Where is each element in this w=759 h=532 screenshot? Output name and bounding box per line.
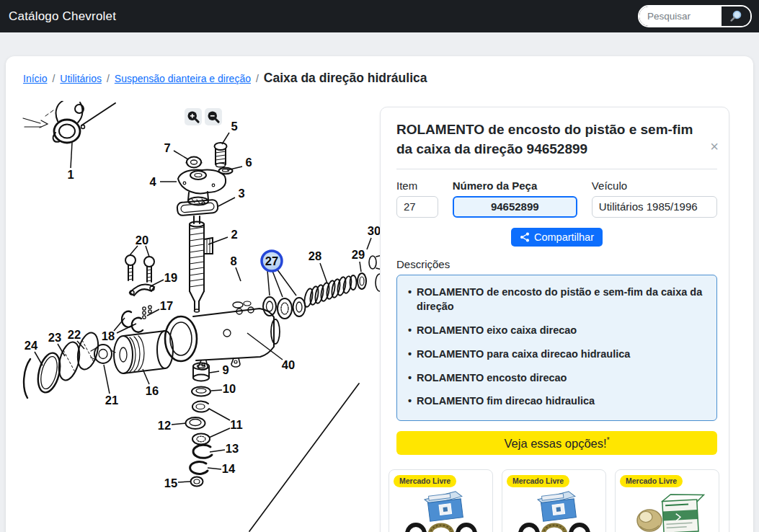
bearing-kit-image — [399, 489, 483, 532]
diagram-callout-10[interactable]: 10 — [223, 382, 236, 395]
diagram-callout-7[interactable]: 7 — [164, 141, 170, 154]
part-detail-panel: ROLAMENTO de encosto do pistão e sem-fim… — [380, 107, 729, 532]
callout-leader-line — [35, 352, 43, 365]
breadcrumb-separator: / — [256, 73, 259, 84]
descriptions-label: Descrições — [396, 258, 717, 270]
product-card[interactable]: Mercado Livre — [615, 469, 719, 532]
callout-leader-line — [222, 133, 229, 144]
diagram-callout-28[interactable]: 28 — [309, 249, 321, 262]
diagram-callout-9[interactable]: 9 — [222, 363, 228, 376]
product-card[interactable]: Mercado Livre — [502, 469, 606, 532]
zoom-out-button[interactable] — [205, 108, 222, 125]
callout-leader-line — [267, 270, 270, 296]
callout-leader-line — [152, 280, 164, 285]
search-icon — [729, 9, 743, 24]
bullet-icon: • — [408, 394, 412, 408]
exploded-diagram: 1576432201917188272829304091016212223241… — [22, 101, 382, 532]
diagram-callout-40[interactable]: 40 — [282, 358, 295, 371]
description-item: •ROLAMENTO para caixa direcao hidraulica — [408, 347, 706, 361]
diagram-callout-1[interactable]: 1 — [67, 168, 74, 181]
callout-leader-line — [210, 371, 219, 373]
diagram-parts — [23, 101, 382, 531]
see-options-button[interactable]: Veja essas opções!* — [396, 431, 717, 455]
item-label: Item — [396, 179, 438, 192]
product-card[interactable]: Mercado Livre — [389, 469, 493, 532]
share-label: Compartilhar — [534, 231, 594, 243]
page-title: Caixa da direção hidráulica — [264, 71, 427, 86]
part-number-field[interactable] — [453, 196, 577, 218]
share-button[interactable]: Compartilhar — [511, 228, 603, 247]
mercado-livre-badge: Mercado Livre — [394, 475, 456, 487]
breadcrumb: Início/Utilitários/Suspensão dianteira e… — [23, 71, 427, 86]
callout-leader-line — [360, 262, 361, 272]
callout-leader-line — [71, 143, 72, 168]
diagram-callout-23[interactable]: 23 — [48, 331, 61, 344]
description-item: •ROLAMENTO fim direcao hidraulica — [408, 394, 706, 408]
diagram-callout-14[interactable]: 14 — [222, 462, 236, 475]
diagram-callout-2[interactable]: 2 — [231, 228, 237, 241]
breadcrumb-link[interactable]: Utilitários — [60, 73, 102, 84]
diagram-callout-15[interactable]: 15 — [164, 476, 177, 489]
bearing-kit-image — [512, 489, 596, 532]
diagram-callout-19[interactable]: 19 — [164, 271, 177, 284]
description-item: •ROLAMENTO de encosto do pistão e sem-fi… — [408, 285, 706, 314]
navbar: Catálogo Chevrolet — [0, 0, 759, 32]
zoom-out-icon — [206, 110, 221, 124]
callout-leader-line — [208, 468, 221, 469]
product-suggestions: Mercado Livre — [389, 469, 717, 532]
close-button[interactable]: × — [710, 139, 719, 154]
diagram-callout-30[interactable]: 30 — [368, 224, 381, 237]
search-button[interactable] — [722, 6, 750, 26]
diagram-callout-27[interactable]: 27 — [265, 254, 278, 267]
search-group — [638, 5, 752, 27]
diagram-callout-16[interactable]: 16 — [146, 384, 159, 397]
callout-leader-line — [130, 246, 138, 255]
diagram-callout-11[interactable]: 11 — [230, 418, 242, 431]
bullet-icon: • — [408, 371, 412, 385]
diagram-callout-8[interactable]: 8 — [230, 254, 236, 267]
diagram-callout-22[interactable]: 22 — [68, 328, 81, 341]
bullet-icon: • — [408, 347, 412, 361]
diagram-callout-13[interactable]: 13 — [226, 442, 239, 455]
see-options-label: Veja essas opções! — [504, 436, 606, 449]
part-fields: Item Número da Peça Veículo — [396, 179, 717, 218]
diagram-callout-5[interactable]: 5 — [231, 120, 237, 133]
zoom-in-icon — [186, 110, 200, 124]
mercado-livre-badge: Mercado Livre — [507, 475, 569, 487]
callout-leader-line — [104, 365, 110, 394]
description-item: •ROLAMENTO eixo caixa direcao — [408, 323, 706, 337]
item-field[interactable] — [396, 196, 438, 218]
bullet-icon: • — [408, 323, 412, 337]
diagram-callout-3[interactable]: 3 — [238, 187, 244, 200]
part-number-label: Número da Peça — [453, 179, 577, 192]
diagram-callout-24[interactable]: 24 — [25, 339, 38, 352]
diagram-callout-21[interactable]: 21 — [105, 394, 118, 407]
zoom-in-button[interactable] — [185, 108, 202, 125]
diagram-callout-6[interactable]: 6 — [245, 156, 252, 169]
diagram-callout-17[interactable]: 17 — [160, 299, 173, 312]
breadcrumb-link[interactable]: Suspensão dianteira e direção — [115, 73, 251, 84]
breadcrumb-link[interactable]: Início — [23, 73, 47, 84]
search-input[interactable] — [639, 6, 722, 26]
catalog-page: Catálogo Chevrolet Início/Utilitários/Su… — [0, 0, 759, 532]
mercado-livre-badge: Mercado Livre — [620, 475, 683, 487]
callout-leader-line — [172, 423, 186, 425]
diagram-callout-4[interactable]: 4 — [149, 175, 156, 188]
callout-leader-line — [146, 246, 149, 257]
bullet-icon: • — [408, 285, 412, 314]
breadcrumb-separator: / — [107, 73, 110, 84]
callout-leader-line — [210, 450, 225, 452]
diagram-drawing: 1576432201917188272829304091016212223241… — [22, 101, 382, 532]
breadcrumb-separator: / — [52, 73, 55, 84]
descriptions-box: •ROLAMENTO de encosto do pistão e sem-fi… — [396, 275, 717, 421]
callout-leader-line — [277, 269, 296, 296]
description-item: •ROLAMENTO encosto direcao — [408, 371, 706, 385]
diagram-callout-12[interactable]: 12 — [158, 419, 171, 432]
callout-leader-line — [174, 151, 188, 159]
callout-leader-line — [178, 482, 191, 482]
diagram-callout-20[interactable]: 20 — [136, 234, 148, 247]
part-title: ROLAMENTO de encosto do pistão e sem-fim… — [396, 120, 717, 159]
diagram-callout-18[interactable]: 18 — [102, 329, 115, 342]
diagram-callout-29[interactable]: 29 — [352, 248, 365, 261]
vehicle-field[interactable] — [592, 196, 717, 218]
